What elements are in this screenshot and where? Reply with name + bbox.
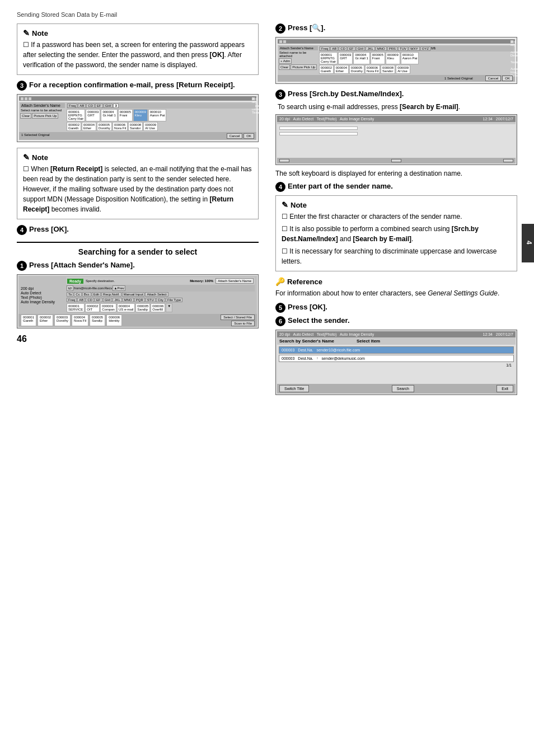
right-step4-line: 4 Enter part of the sender name.: [275, 182, 517, 192]
result-page: 1/1: [279, 363, 514, 367]
chapter-tab: 4: [522, 224, 534, 262]
search-btn-left[interactable]: [279, 159, 289, 162]
keyboard-note: The soft keyboard is displayed for enter…: [275, 170, 517, 177]
note3-item3: ☐ It is necessary for searching to discr…: [282, 246, 511, 266]
right-step3-line: 3 Press [Srch.by Dest.Name/Index].: [275, 90, 517, 100]
ready-screen-mockup: 200 dpi Auto Detect Text (Photo) Auto Im…: [17, 274, 259, 328]
right-step6-line: 6 Select the sender.: [275, 316, 517, 326]
search-result-screen: 20 dpi Auto Detect Text(Photo) Auto Imag…: [275, 330, 517, 395]
note1-text: ☐ If a password has been set, a screen f…: [23, 40, 252, 70]
step3-subtext: To search using e-mail addresses, press …: [275, 103, 517, 111]
section-title: Searching for a sender to select: [17, 247, 259, 256]
search-item-2: [279, 132, 358, 135]
result-screen-header-left: Search by Sender's Name: [279, 339, 334, 344]
step3-line: 3 For a reception confirmation e-mail, p…: [17, 81, 259, 91]
search-item-1: [279, 126, 358, 130]
search-btn-mid[interactable]: [391, 159, 401, 162]
step4-text: Press [OK].: [29, 225, 69, 233]
note2-title: Note: [32, 153, 48, 162]
right-step2-line: 2 Press [🔍].: [275, 24, 517, 34]
right-step4-badge: 4: [275, 182, 285, 192]
reference-box: 🔑 Reference For information about how to…: [275, 277, 517, 298]
step4-badge: 4: [17, 225, 27, 235]
right-step2-text: Press [🔍].: [288, 24, 325, 32]
result-btn-right[interactable]: Exit: [496, 385, 513, 392]
right-step5-text: Press [OK].: [288, 303, 327, 311]
step3-text: For a reception confirmation e-mail, pre…: [29, 81, 235, 89]
breadcrumb: Sending Stored Scan Data by E-mail: [17, 11, 517, 18]
search-btn-right[interactable]: [503, 159, 513, 162]
right-step6-badge: 6: [275, 316, 285, 326]
search-step1-text: Press [Attach Sender's Name].: [29, 261, 135, 269]
right-step4-text: Enter part of the sender name.: [288, 182, 393, 190]
note3-item2: ☐ It is also possible to perform a combi…: [282, 224, 511, 244]
note-box-3: ✎ Note ☐ Enter the first character or ch…: [275, 195, 517, 271]
right-step6-text: Select the sender.: [288, 316, 350, 325]
search-screen-mockup: 20 dpi Auto Detect Text(Photo) Auto Imag…: [275, 114, 517, 165]
section-divider: [17, 242, 259, 243]
right-step3-text: Press [Srch.by Dest.Name/Index].: [288, 90, 404, 98]
result-btn-left[interactable]: Switch Title: [279, 385, 309, 392]
reference-title: Reference: [287, 278, 322, 286]
result2-name: 000003: [282, 356, 294, 360]
screen-mockup-step3: 200 dpi Auto Detect Text(Photo) Attach S…: [17, 94, 259, 142]
note3-title: Note: [291, 201, 307, 209]
step4-line: 4 Press [OK].: [17, 225, 259, 235]
result2-dest: Dest.Na.: [298, 356, 313, 360]
result1-val: sender10@ricoh.file.com: [317, 348, 360, 352]
note3-item1: ☐ Enter the first character or character…: [282, 212, 511, 222]
result1-name: 000003: [282, 348, 294, 352]
step3-badge: 3: [17, 81, 27, 91]
search-step1-line: 1 Press [Attach Sender's Name].: [17, 261, 259, 271]
result-btn-mid[interactable]: Search: [392, 385, 414, 392]
right-step2-badge: 2: [275, 24, 285, 34]
page-number: 46: [17, 334, 259, 344]
screen-mockup-right: 200 dpi Auto Detect Text(Photo) Auto Ima…: [275, 37, 517, 84]
result-screen-header-right: Select Item: [357, 339, 380, 344]
reference-text: For information about how to enter chara…: [275, 288, 517, 298]
search-step1-badge: 1: [17, 261, 27, 271]
result1-dest: Dest.Na.: [298, 348, 313, 352]
right-step5-line: 5 Press [OK].: [275, 303, 517, 313]
right-step3-badge: 3: [275, 90, 285, 100]
note1-title: Note: [32, 29, 48, 37]
note2-text: ☐ When [Return Receipt] is selected, an …: [23, 164, 252, 214]
right-step5-badge: 5: [275, 303, 285, 313]
note-box-2: ✎ Note ☐ When [Return Receipt] is select…: [17, 148, 259, 219]
note-box-1: ✎ Note ☐ If a password has been set, a s…: [17, 24, 259, 75]
result2-val: sender@dekumusic.com: [322, 356, 365, 360]
